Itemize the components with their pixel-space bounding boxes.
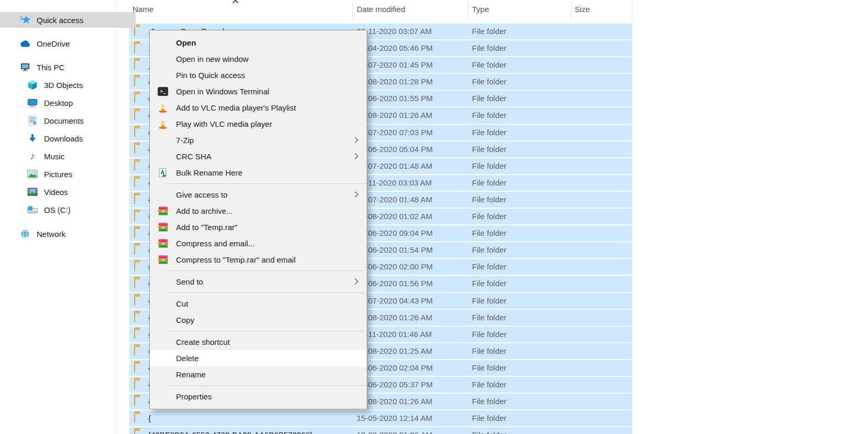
file-type: File folder <box>472 111 507 120</box>
file-type: File folder <box>472 94 507 103</box>
menu-item-crc-sha[interactable]: CRC SHA <box>150 148 367 165</box>
menu-item-cut[interactable]: Cut <box>150 296 367 312</box>
sidebar-item-network[interactable]: Network <box>0 226 136 242</box>
folder-icon <box>134 262 135 271</box>
file-date-modified: 16-06-2020 05:04 PM <box>357 145 433 154</box>
winrar-books-icon <box>157 235 169 252</box>
column-divider[interactable] <box>571 2 572 20</box>
menu-item-create-shortcut[interactable]: Create shortcut <box>150 334 367 350</box>
this-pc-monitor-icon <box>19 62 31 72</box>
menu-item-copy[interactable]: Copy <box>150 312 367 328</box>
sidebar-item-os-c[interactable]: OS (C:) <box>0 202 143 218</box>
file-name: {43BE9B9A-6550-4730-BA00-AA6B6B570966} <box>148 430 313 434</box>
file-date-modified: 20-07-2020 01:48 AM <box>357 161 432 170</box>
menu-item-icon-empty <box>157 334 169 350</box>
file-type: File folder <box>472 430 507 434</box>
menu-item-icon-empty <box>157 132 169 148</box>
file-type: File folder <box>472 279 507 288</box>
menu-item-open-in-windows-terminal[interactable]: >_Open in Windows Terminal <box>150 83 367 100</box>
file-type: File folder <box>472 346 507 355</box>
menu-item-rename[interactable]: Rename <box>150 366 367 383</box>
folder-icon <box>134 245 135 254</box>
menu-item-7-zip[interactable]: 7-Zip <box>150 132 367 148</box>
file-date-modified: 16-06-2020 01:55 PM <box>357 94 433 103</box>
sidebar-item-quick-access[interactable]: Quick access <box>0 12 136 28</box>
close-icon[interactable]: ✕ <box>231 0 240 7</box>
menu-item-play-with-vlc-media-player[interactable]: Play with VLC media player <box>150 116 367 132</box>
menu-item-open-in-new-window[interactable]: Open in new window <box>150 51 367 67</box>
file-date-modified: 10-08-2020 01:26 AM <box>357 313 432 322</box>
file-date-modified: 10-08-2020 01:28 PM <box>357 77 433 86</box>
menu-separator <box>166 385 365 386</box>
file-name: { <box>148 414 151 422</box>
vlc-cone-icon <box>157 100 169 116</box>
menu-item-label: Pin to Quick access <box>176 71 245 80</box>
menu-item-label: CRC SHA <box>176 152 212 161</box>
sidebar-item-onedrive[interactable]: OneDrive <box>0 36 136 51</box>
file-type: File folder <box>472 363 507 372</box>
file-date-modified: 15-05-2020 12:14 AM <box>357 414 432 422</box>
sidebar-item-videos[interactable]: Videos <box>0 184 143 200</box>
menu-item-pin-to-quick-access[interactable]: Pin to Quick access <box>150 67 367 83</box>
menu-item-label: Send to <box>176 277 203 286</box>
column-header-size[interactable]: Size <box>575 5 590 14</box>
sidebar-item-3d-objects[interactable]: 3D Objects <box>0 77 143 93</box>
menu-item-compress-and-email[interactable]: Compress and email... <box>150 235 367 252</box>
file-date-modified: 26-11-2020 03:07 AM <box>357 27 432 36</box>
menu-item-compress-to-temp-rar-and-email[interactable]: Compress to "Temp.rar" and email <box>150 252 367 268</box>
menu-item-add-to-archive[interactable]: Add to archive... <box>150 203 367 219</box>
menu-item-open[interactable]: Open <box>150 35 367 51</box>
sidebar-item-downloads[interactable]: Downloads <box>0 131 143 146</box>
menu-item-add-to-vlc-media-player-s-playlist[interactable]: Add to VLC media player's Playlist <box>150 100 367 116</box>
file-date-modified: 16-06-2020 02:04 PM <box>357 363 433 372</box>
column-header-date-modified[interactable]: Date modified <box>357 5 405 14</box>
downloads-arrow-icon <box>27 133 38 144</box>
column-divider[interactable] <box>632 2 632 20</box>
sidebar-item-label: Videos <box>44 188 68 197</box>
menu-item-delete[interactable]: Delete <box>150 350 367 366</box>
folder-icon <box>134 430 135 434</box>
svg-text:A: A <box>161 169 164 175</box>
menu-item-send-to[interactable]: Send to <box>150 274 367 290</box>
column-header-name[interactable]: Name <box>133 5 153 14</box>
menu-item-give-access-to[interactable]: Give access to <box>150 187 367 203</box>
file-type: File folder <box>472 145 507 154</box>
submenu-arrow-icon <box>352 191 358 197</box>
file-date-modified: 20-07-2020 07:03 PM <box>357 128 433 137</box>
sidebar-item-label: Desktop <box>44 99 73 107</box>
menu-item-label: 7-Zip <box>176 136 194 145</box>
sidebar-item-this-pc[interactable]: This PC <box>0 59 136 75</box>
column-divider[interactable] <box>468 2 468 20</box>
file-type: File folder <box>472 262 507 271</box>
menu-separator <box>166 292 365 293</box>
file-date-modified: 16-06-2020 09:04 PM <box>357 229 433 237</box>
sidebar-item-pictures[interactable]: Pictures <box>0 166 143 182</box>
file-type: File folder <box>472 229 507 237</box>
file-date-modified: 26-11-2020 01:46 AM <box>357 330 432 339</box>
file-row[interactable]: {15-05-2020 12:14 AMFile folder <box>129 410 632 426</box>
menu-separator <box>166 183 365 184</box>
file-date-modified: 10-08-2020 01:02 AM <box>357 212 432 221</box>
file-row[interactable]: {43BE9B9A-6550-4730-BA00-AA6B6B570966}10… <box>129 427 632 434</box>
sidebar-item-documents[interactable]: Documents <box>0 113 143 128</box>
menu-item-label: Delete <box>176 354 199 363</box>
file-type: File folder <box>472 397 507 406</box>
menu-separator <box>166 270 365 271</box>
navigation-pane: Quick accessOneDriveThis PC3D ObjectsDes… <box>0 0 116 434</box>
menu-item-label: Compress to "Temp.rar" and email <box>176 255 295 264</box>
menu-item-bulk-rename-here[interactable]: ABulk Rename Here <box>150 165 367 181</box>
context-menu: OpenOpen in new windowPin to Quick acces… <box>149 30 367 409</box>
column-divider[interactable] <box>353 2 353 20</box>
menu-item-add-to-temp-rar[interactable]: Add to "Temp.rar" <box>150 219 367 235</box>
sidebar-item-music[interactable]: ♪Music <box>0 148 143 164</box>
menu-item-icon-empty <box>157 148 169 165</box>
folder-icon <box>134 279 135 288</box>
submenu-arrow-icon <box>352 153 358 159</box>
sidebar-item-label: Quick access <box>37 16 83 25</box>
sidebar-item-desktop[interactable]: Desktop <box>0 95 143 111</box>
column-header-type[interactable]: Type <box>472 5 489 14</box>
file-type: File folder <box>472 414 507 422</box>
file-type: File folder <box>472 60 507 69</box>
menu-item-properties[interactable]: Properties <box>150 388 367 405</box>
winrar-books-icon <box>157 252 169 268</box>
